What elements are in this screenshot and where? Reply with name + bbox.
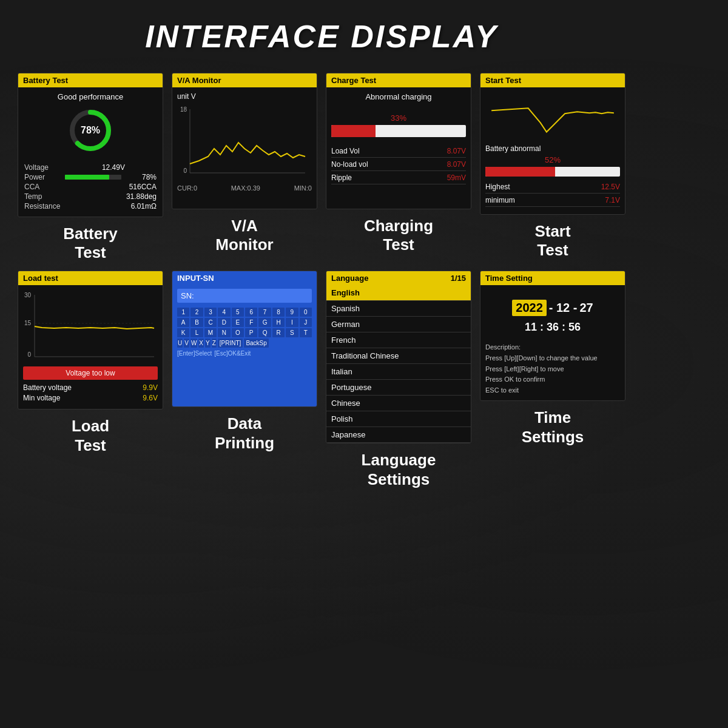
key-backsp[interactable]: BackSp <box>244 339 268 348</box>
keyboard-row-klmno: K L M N O P Q R S T <box>177 328 312 337</box>
page-title: INTERFACE DISPLAY <box>145 18 498 55</box>
key-8[interactable]: 8 <box>272 308 285 317</box>
key-c[interactable]: C <box>204 318 217 327</box>
key-n[interactable]: N <box>218 328 230 337</box>
power-bar-bg <box>65 175 121 180</box>
key-o[interactable]: O <box>232 328 244 337</box>
key-j[interactable]: J <box>300 318 312 327</box>
esc-hint: [Esc]OK&Exit <box>214 350 251 357</box>
battery-test-section: Battery Test Good performance 78% <box>18 73 163 262</box>
key-g[interactable]: G <box>258 318 271 327</box>
lang-french[interactable]: French <box>326 332 471 348</box>
key-9[interactable]: 9 <box>286 308 298 317</box>
key-w[interactable]: W <box>190 339 197 348</box>
battery-voltage-label: Battery voltage <box>23 383 72 392</box>
time-time-row: 11 : 36 : 56 <box>485 321 620 334</box>
ripple-row: Ripple 59mV <box>331 174 466 184</box>
start-chart-svg <box>485 92 620 141</box>
language-label: LanguageSettings <box>326 451 471 488</box>
lang-japanese[interactable]: Japanese <box>326 427 471 443</box>
input-sn-header: INPUT-SN <box>172 271 317 285</box>
key-0[interactable]: 0 <box>300 308 312 317</box>
va-min: MIN:0 <box>294 184 312 192</box>
va-monitor-body: unit V 18 0 <box>172 87 317 209</box>
key-d[interactable]: D <box>218 318 230 327</box>
battery-voltage-row: Battery voltage 9.9V <box>23 383 158 392</box>
charge-test-label: ChargingTest <box>326 217 471 254</box>
key-4[interactable]: 4 <box>218 308 230 317</box>
start-test-label: StartTest <box>480 222 625 260</box>
battery-stats-table: Voltage 12.49V Power 78% <box>23 162 158 212</box>
language-section: Language 1/15 English Spanish German Fre… <box>326 271 471 488</box>
time-desc-title: Description: <box>485 342 620 353</box>
key-i[interactable]: I <box>286 318 298 327</box>
resistance-label: Resistance <box>24 202 60 211</box>
charge-stats: Load Vol 8.07V No-load vol 8.07V Ripple … <box>331 147 466 184</box>
time-section: Time Setting 2022 - 12 - 27 11 : 36 : 56… <box>480 271 625 488</box>
key-v[interactable]: V <box>184 339 189 348</box>
noload-val: 8.07V <box>447 160 466 169</box>
key-print[interactable]: [PRINT] <box>218 339 243 348</box>
time-label: TimeSettings <box>480 408 625 446</box>
row1-grid: Battery Test Good performance 78% <box>12 73 631 262</box>
svg-text:0: 0 <box>27 351 31 358</box>
key-x[interactable]: X <box>198 339 204 348</box>
start-bar-fill <box>485 167 555 177</box>
lang-italian[interactable]: Italian <box>326 364 471 380</box>
va-stats: CUR:0 MAX:0.39 MIN:0 <box>177 184 312 192</box>
key-r[interactable]: R <box>272 328 285 337</box>
sn-input-field[interactable]: SN: <box>177 289 312 303</box>
lang-polish[interactable]: Polish <box>326 411 471 427</box>
power-label: Power <box>24 173 60 181</box>
key-2[interactable]: 2 <box>190 308 203 317</box>
charge-bar-bg <box>331 125 466 137</box>
time-year: 2022 <box>512 300 547 316</box>
cca-value: 516CCA <box>126 183 157 191</box>
load-chart-svg: 30 15 0 <box>23 290 158 363</box>
voltage-row: Voltage 12.49V <box>24 163 157 172</box>
key-l[interactable]: L <box>190 328 203 337</box>
keyboard-row-abcdef: A B C D E F G H I J <box>177 318 312 327</box>
battery-test-card: Battery Test Good performance 78% <box>18 73 163 217</box>
lang-portuguese[interactable]: Portuguese <box>326 380 471 396</box>
minimum-val: 7.1V <box>605 196 620 204</box>
key-s[interactable]: S <box>286 328 298 337</box>
highest-label: Highest <box>485 183 510 191</box>
lang-english[interactable]: English <box>326 285 471 301</box>
lang-traditional-chinese[interactable]: Traditional Chinese <box>326 348 471 364</box>
key-y[interactable]: Y <box>205 339 211 348</box>
key-z[interactable]: Z <box>212 339 217 348</box>
svg-text:18: 18 <box>180 106 187 113</box>
key-b[interactable]: B <box>190 318 203 327</box>
key-1[interactable]: 1 <box>177 308 189 317</box>
battery-voltage-val: 9.9V <box>143 383 158 392</box>
key-5[interactable]: 5 <box>232 308 244 317</box>
keyboard-hints: [Enter]Select [Esc]OK&Exit <box>177 350 312 357</box>
language-card: Language 1/15 English Spanish German Fre… <box>326 271 471 443</box>
lang-chinese[interactable]: Chinese <box>326 396 471 411</box>
load-vol-label: Load Vol <box>331 147 360 155</box>
lang-spanish[interactable]: Spanish <box>326 301 471 317</box>
lang-german[interactable]: German <box>326 317 471 332</box>
key-6[interactable]: 6 <box>245 308 257 317</box>
key-7[interactable]: 7 <box>258 308 271 317</box>
voltage-too-low: Voltage too low <box>23 366 158 380</box>
key-q[interactable]: Q <box>258 328 271 337</box>
key-3[interactable]: 3 <box>204 308 217 317</box>
start-test-header: Start Test <box>480 73 625 87</box>
language-title: Language <box>331 274 368 283</box>
input-sn-label: DataPrinting <box>172 414 317 452</box>
circle-container: 78% <box>23 106 158 155</box>
key-k[interactable]: K <box>177 328 189 337</box>
ripple-val: 59mV <box>447 174 466 182</box>
key-t[interactable]: T <box>300 328 312 337</box>
key-p[interactable]: P <box>245 328 257 337</box>
circle-percent: 78% <box>81 125 100 136</box>
key-m[interactable]: M <box>204 328 217 337</box>
key-u[interactable]: U <box>177 339 183 348</box>
key-h[interactable]: H <box>272 318 285 327</box>
key-a[interactable]: A <box>177 318 189 327</box>
key-f[interactable]: F <box>245 318 257 327</box>
power-bar-fill <box>65 175 109 180</box>
key-e[interactable]: E <box>232 318 244 327</box>
